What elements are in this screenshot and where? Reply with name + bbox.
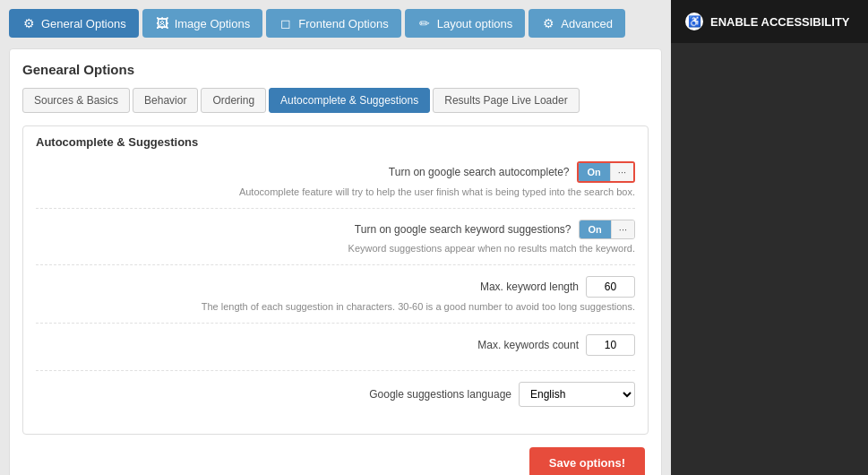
- sub-tab-ordering[interactable]: Ordering: [201, 88, 266, 113]
- nav-btn-advanced[interactable]: ⚙ Advanced: [529, 9, 625, 38]
- sub-tabs: Sources & Basics Behavior Ordering Autoc…: [22, 88, 649, 113]
- sub-tab-autocomplete[interactable]: Autocomplete & Suggestions: [269, 88, 430, 113]
- autocomplete-toggle-group: On ···: [577, 161, 635, 183]
- max-length-control: Max. keyword length: [36, 276, 635, 298]
- setting-max-length-row: Max. keyword length The length of each s…: [36, 276, 635, 324]
- sub-tab-behavior[interactable]: Behavior: [133, 88, 198, 113]
- main-content: ⚙ General Options 🖼 Image Options ◻ Fron…: [0, 0, 671, 475]
- gear-icon: ⚙: [21, 16, 36, 30]
- inner-panel-title: Autocomplete & Suggestions: [36, 135, 635, 149]
- max-count-input[interactable]: [586, 334, 635, 356]
- autocomplete-label: Turn on google search autocomplete?: [389, 166, 570, 178]
- keyword-description: Keyword suggestions appear when no resul…: [36, 243, 635, 254]
- main-panel: Genearal Options Sources & Basics Behavi…: [9, 48, 662, 475]
- right-sidebar: ♿ ENABLE ACCESSIBILITY: [671, 0, 868, 475]
- nav-btn-frontend-label: Frontend Options: [298, 17, 388, 30]
- language-control: Google suggestions language English Span…: [36, 382, 635, 407]
- max-count-label: Max. keywords count: [477, 339, 579, 351]
- nav-btn-layout[interactable]: ✏ Layout options: [405, 9, 526, 38]
- setting-language-row: Google suggestions language English Span…: [36, 382, 635, 421]
- keyword-toggle-group: On ···: [579, 220, 635, 239]
- language-label: Google suggestions language: [369, 388, 511, 401]
- language-select[interactable]: English Spanish French German Italian: [519, 382, 635, 407]
- frontend-icon: ◻: [279, 16, 293, 30]
- accessibility-icon: ♿: [685, 13, 703, 30]
- sub-tab-sources[interactable]: Sources & Basics: [22, 88, 130, 113]
- nav-btn-image[interactable]: 🖼 Image Options: [142, 9, 263, 38]
- layout-icon: ✏: [417, 16, 432, 30]
- image-icon: 🖼: [155, 16, 169, 30]
- max-length-label: Max. keyword length: [480, 281, 579, 293]
- sub-tab-results[interactable]: Results Page Live Loader: [433, 88, 579, 113]
- nav-btn-advanced-label: Advanced: [561, 17, 613, 30]
- advanced-icon: ⚙: [541, 16, 555, 30]
- keyword-toggle-on[interactable]: On: [580, 220, 611, 238]
- accessibility-label: ENABLE ACCESSIBILITY: [710, 15, 850, 29]
- keyword-toggle-more[interactable]: ···: [611, 220, 634, 238]
- nav-btn-general-label: General Options: [41, 17, 126, 30]
- setting-max-count-row: Max. keywords count: [36, 334, 635, 371]
- inner-panel: Autocomplete & Suggestions Turn on googl…: [22, 125, 649, 435]
- nav-btn-layout-label: Layout options: [437, 17, 513, 30]
- max-length-description: The length of each suggestion in charact…: [36, 301, 635, 312]
- nav-btn-frontend[interactable]: ◻ Frontend Options: [266, 9, 400, 38]
- max-length-input[interactable]: [586, 276, 635, 298]
- setting-autocomplete-row: Turn on google search autocomplete? On ·…: [36, 161, 635, 209]
- keyword-control: Turn on google search keyword suggestion…: [36, 220, 635, 239]
- nav-btn-general[interactable]: ⚙ General Options: [9, 9, 139, 38]
- setting-keyword-row: Turn on google search keyword suggestion…: [36, 220, 635, 265]
- save-button[interactable]: Save options!: [529, 447, 645, 475]
- save-bar: Save options!: [22, 447, 649, 475]
- panel-title: Genearal Options: [22, 62, 649, 77]
- keyword-suggestions-label: Turn on google search keyword suggestion…: [355, 223, 572, 236]
- autocomplete-toggle-more[interactable]: ···: [610, 163, 633, 181]
- top-nav: ⚙ General Options 🖼 Image Options ◻ Fron…: [9, 9, 662, 38]
- nav-btn-image-label: Image Options: [175, 17, 251, 30]
- accessibility-button[interactable]: ♿ ENABLE ACCESSIBILITY: [671, 0, 868, 43]
- autocomplete-control: Turn on google search autocomplete? On ·…: [36, 161, 635, 183]
- max-count-control: Max. keywords count: [36, 334, 635, 356]
- autocomplete-toggle-on[interactable]: On: [579, 163, 610, 181]
- autocomplete-description: Autocomplete feature will try to help th…: [36, 186, 635, 197]
